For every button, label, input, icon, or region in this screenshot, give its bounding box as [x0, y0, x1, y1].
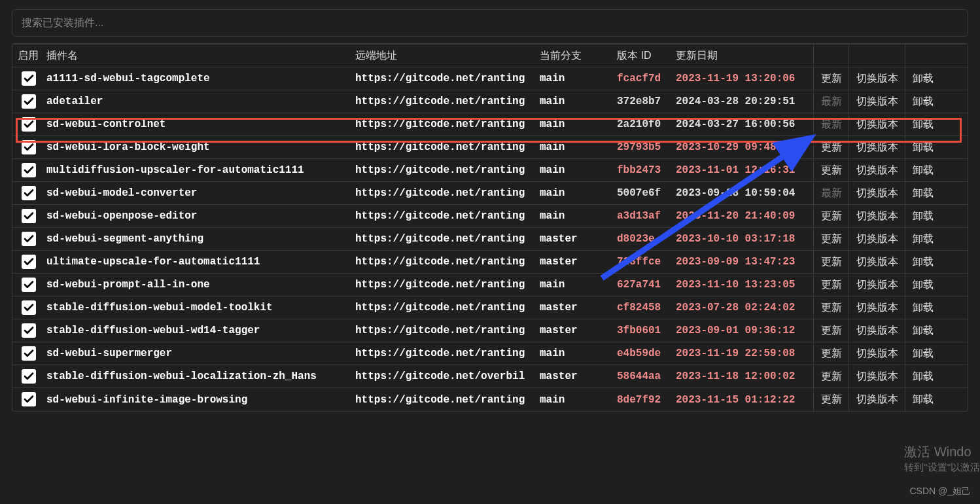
branch-name: master — [540, 256, 617, 268]
update-button[interactable]: 更新 — [814, 255, 849, 269]
uninstall-button[interactable]: 卸载 — [905, 301, 940, 315]
uninstall-button[interactable]: 卸载 — [905, 232, 940, 246]
update-button[interactable]: 更新 — [814, 370, 849, 384]
version-id: 627a741 — [617, 279, 676, 291]
branch-name: main — [540, 210, 617, 222]
uninstall-button[interactable]: 卸载 — [905, 393, 940, 406]
branch-name: main — [540, 279, 617, 291]
enable-checkbox[interactable] — [22, 300, 36, 315]
enable-checkbox[interactable] — [22, 117, 36, 132]
plugin-name: ultimate-upscale-for-automatic1111 — [43, 256, 355, 268]
update-date: 2024-03-28 20:29:51 — [676, 96, 813, 107]
update-date: 2023-11-19 13:20:06 — [676, 73, 813, 84]
enable-checkbox[interactable] — [22, 323, 36, 338]
update-button[interactable]: 更新 — [814, 324, 849, 338]
update-date: 2023-10-29 09:48:13 — [676, 141, 813, 153]
update-date: 2023-09-01 09:36:12 — [676, 325, 813, 336]
header-update — [813, 45, 849, 67]
enable-checkbox[interactable] — [22, 94, 36, 109]
switch-version-button[interactable]: 切换版本 — [849, 209, 905, 223]
enable-checkbox[interactable] — [22, 255, 36, 269]
enable-checkbox[interactable] — [22, 278, 36, 292]
update-button[interactable]: 更新 — [814, 164, 849, 177]
update-button[interactable]: 更新 — [814, 232, 849, 246]
update-date: 2023-11-01 12:16:31 — [676, 164, 813, 176]
remote-url: https://gitcode.net/ranting — [355, 187, 540, 199]
update-button[interactable]: 更新 — [814, 209, 849, 223]
switch-version-button[interactable]: 切换版本 — [849, 324, 905, 338]
switch-version-button[interactable]: 切换版本 — [849, 187, 905, 200]
csdn-watermark: CSDN @_妲己 — [909, 486, 971, 497]
uninstall-button[interactable]: 卸载 — [905, 324, 940, 338]
table-row: ultimate-upscale-for-automatic1111https:… — [12, 251, 968, 274]
enable-checkbox[interactable] — [22, 71, 36, 86]
table-row: a1111-sd-webui-tagcompletehttps://gitcod… — [12, 67, 968, 90]
uninstall-button[interactable]: 卸载 — [905, 72, 940, 86]
branch-name: master — [540, 233, 617, 245]
switch-version-button[interactable]: 切换版本 — [849, 232, 905, 246]
uninstall-button[interactable]: 卸载 — [905, 347, 940, 361]
enable-checkbox[interactable] — [22, 392, 36, 406]
table-row: sd-webui-prompt-all-in-onehttps://gitcod… — [12, 274, 968, 297]
version-id: 58644aa — [617, 370, 676, 382]
enable-checkbox[interactable] — [22, 186, 36, 200]
enable-checkbox[interactable] — [22, 232, 36, 246]
uninstall-button[interactable]: 卸载 — [905, 95, 940, 109]
uninstall-button[interactable]: 卸载 — [905, 370, 940, 384]
uninstall-button[interactable]: 卸载 — [905, 278, 940, 292]
table-header: 启用 插件名 远端地址 当前分支 版本 ID 更新日期 — [12, 44, 968, 67]
version-id: fbb2473 — [617, 164, 676, 176]
uninstall-button[interactable]: 卸载 — [905, 164, 940, 177]
plugin-name: sd-webui-lora-block-weight — [43, 141, 355, 153]
enable-checkbox[interactable] — [22, 163, 36, 177]
enable-checkbox[interactable] — [22, 369, 36, 384]
table-row: adetailerhttps://gitcode.net/rantingmain… — [12, 90, 968, 113]
switch-version-button[interactable]: 切换版本 — [849, 370, 905, 384]
remote-url: https://gitcode.net/ranting — [355, 325, 540, 336]
uninstall-button[interactable]: 卸载 — [905, 255, 940, 269]
version-id: 3fb0601 — [617, 325, 676, 336]
switch-version-button[interactable]: 切换版本 — [849, 141, 905, 154]
update-date: 2023-07-28 02:24:02 — [676, 302, 813, 314]
uninstall-button[interactable]: 卸载 — [905, 187, 940, 200]
windows-activation-watermark: 激活 Windo 转到"设置"以激活 — [904, 443, 980, 474]
update-date: 2023-10-10 03:17:18 — [676, 233, 813, 245]
uninstall-button[interactable]: 卸载 — [905, 141, 940, 154]
switch-version-button[interactable]: 切换版本 — [849, 255, 905, 269]
enable-checkbox[interactable] — [22, 209, 36, 223]
switch-version-button[interactable]: 切换版本 — [849, 278, 905, 292]
switch-version-button[interactable]: 切换版本 — [849, 95, 905, 109]
uninstall-button[interactable]: 卸载 — [905, 209, 940, 223]
update-date: 2024-03-27 16:00:56 — [676, 118, 813, 130]
update-button[interactable]: 更新 — [814, 141, 849, 154]
table-row: sd-webui-supermergerhttps://gitcode.net/… — [12, 342, 968, 365]
switch-version-button[interactable]: 切换版本 — [849, 72, 905, 86]
update-button[interactable]: 更新 — [814, 393, 849, 406]
search-input[interactable] — [12, 9, 968, 37]
remote-url: https://gitcode.net/ranting — [355, 279, 540, 291]
plugin-name: stable-diffusion-webui-model-toolkit — [43, 302, 355, 314]
branch-name: main — [540, 164, 617, 176]
version-id: 29793b5 — [617, 141, 676, 153]
switch-version-button[interactable]: 切换版本 — [849, 164, 905, 177]
branch-name: main — [540, 394, 617, 406]
update-button[interactable]: 更新 — [814, 347, 849, 361]
remote-url: https://gitcode.net/ranting — [355, 118, 540, 130]
switch-version-button[interactable]: 切换版本 — [849, 393, 905, 406]
header-date: 更新日期 — [676, 49, 813, 63]
header-version: 版本 ID — [617, 49, 676, 63]
table-row: sd-webui-segment-anythinghttps://gitcode… — [12, 228, 968, 251]
update-button[interactable]: 更新 — [814, 301, 849, 315]
enable-checkbox[interactable] — [22, 140, 36, 154]
switch-version-button[interactable]: 切换版本 — [849, 301, 905, 315]
remote-url: https://gitcode.net/ranting — [355, 210, 540, 222]
plugin-name: sd-webui-controlnet — [43, 118, 355, 130]
update-button[interactable]: 更新 — [814, 72, 849, 86]
update-date: 2023-11-15 01:12:22 — [676, 394, 813, 406]
switch-version-button[interactable]: 切换版本 — [849, 118, 905, 132]
enable-checkbox[interactable] — [22, 346, 36, 361]
plugin-name: sd-webui-infinite-image-browsing — [43, 394, 355, 406]
switch-version-button[interactable]: 切换版本 — [849, 347, 905, 361]
uninstall-button[interactable]: 卸载 — [905, 118, 940, 132]
update-button[interactable]: 更新 — [814, 278, 849, 292]
